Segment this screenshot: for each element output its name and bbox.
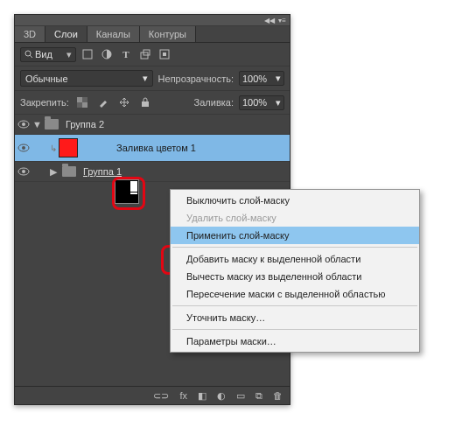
svg-point-15 [22,146,25,150]
svg-rect-2 [83,50,92,59]
tab-layers[interactable]: Слои [46,26,88,42]
layer-mask-thumbnail[interactable] [115,179,139,204]
visibility-icon[interactable] [15,144,32,152]
filter-shape-icon[interactable] [137,46,153,62]
chevron-down-icon: ▾ [276,73,281,84]
filter-row: Вид ▾ T [15,43,290,66]
svg-rect-9 [77,97,82,102]
blend-row: Обычные ▾ Непрозрачность: 100% ▾ [15,66,290,91]
adjustment-icon[interactable]: ◐ [217,390,226,402]
opacity-input[interactable]: 100% ▾ [239,71,284,86]
folder-icon [45,119,59,130]
visibility-icon[interactable] [15,167,32,176]
blend-mode-value: Обычные [25,74,68,84]
tab-channels[interactable]: Каналы [88,26,140,42]
menu-separator [172,329,417,330]
tab-paths[interactable]: Контуры [140,26,196,42]
delete-icon[interactable]: 🗑 [273,390,283,401]
panel-titlebar[interactable]: ◀◀ ▾≡ [15,15,290,26]
group-row[interactable]: ▼ Группа 2 [15,115,290,135]
chevron-down-icon: ▾ [143,73,148,84]
opacity-value: 100% [242,74,267,84]
folder-icon [62,166,76,177]
layer-name[interactable]: Группа 1 [80,166,122,177]
fx-icon[interactable]: fx [179,390,187,401]
fill-input[interactable]: 100% ▾ [239,95,284,110]
chevron-down-icon: ▾ [66,49,72,60]
tab-3d[interactable]: 3D [15,26,46,42]
visibility-icon[interactable] [15,120,32,129]
filter-type-icon[interactable]: T [118,46,134,62]
filter-kind-select[interactable]: Вид ▾ [20,47,76,62]
group-row[interactable]: ▶ Группа 1 [15,162,290,182]
filter-adjust-icon[interactable] [99,46,115,62]
link-layers-icon[interactable]: ⊂⊃ [153,390,169,402]
svg-point-17 [22,170,25,173]
menu-disable-mask[interactable]: Выключить слой-маску [171,192,419,209]
menu-separator [172,305,417,306]
expand-icon[interactable]: ▶ [50,166,62,178]
expand-icon[interactable]: ▼ [32,119,45,130]
collapse-icon[interactable]: ◀◀ [264,17,275,24]
lock-label: Закрепить: [20,97,69,108]
fill-value: 100% [242,97,267,108]
panel-menu-icon[interactable]: ▾≡ [278,17,286,24]
search-icon [24,50,33,59]
lock-transparent-icon[interactable] [74,94,90,110]
filter-pixel-icon[interactable] [80,46,95,62]
svg-rect-10 [82,102,88,108]
context-menu: Выключить слой-маску Удалить слой-маску … [170,189,420,353]
filter-smart-icon[interactable] [157,46,172,62]
panel-tabs: 3D Слои Каналы Контуры [15,26,290,43]
svg-line-1 [30,55,32,58]
fill-label: Заливка: [194,97,234,108]
menu-separator [172,247,417,248]
layer-name[interactable]: Группа 2 [62,119,104,130]
panel-bottom-bar: ⊂⊃ fx ◧ ◐ ▭ ⧉ 🗑 [15,386,290,404]
svg-point-13 [22,122,25,126]
lock-all-icon[interactable] [137,94,153,110]
blend-mode-select[interactable]: Обычные ▾ [20,70,153,87]
opacity-label: Непрозрачность: [158,74,234,84]
add-mask-icon[interactable]: ◧ [198,390,206,402]
menu-add-mask-selection[interactable]: Добавить маску к выделенной области [171,250,419,268]
lock-row: Закрепить: Заливка: 100% ▾ [15,91,290,115]
svg-rect-7 [163,52,166,56]
layer-name[interactable]: Заливка цветом 1 [113,143,196,153]
new-group-icon[interactable]: ▭ [236,390,245,402]
menu-apply-mask[interactable]: Применить слой-маску [171,227,419,244]
lock-pixels-icon[interactable] [95,94,111,110]
fill-swatch[interactable] [59,138,78,158]
menu-mask-options[interactable]: Параметры маски… [171,332,419,350]
menu-intersect-mask-selection[interactable]: Пересечение маски с выделенной областью [171,285,419,303]
lock-position-icon[interactable] [116,94,132,110]
menu-subtract-mask-selection[interactable]: Вычесть маску из выделенной области [171,268,419,285]
filter-kind-label: Вид [35,49,52,60]
svg-rect-11 [142,102,149,107]
menu-delete-mask: Удалить слой-маску [171,209,419,227]
chevron-down-icon: ▾ [276,97,281,108]
clip-icon: ↳ [50,144,59,153]
layer-row-selected[interactable]: ↳ Заливка цветом 1 [15,135,290,162]
new-layer-icon[interactable]: ⧉ [256,390,262,402]
menu-refine-mask[interactable]: Уточнить маску… [171,309,419,326]
